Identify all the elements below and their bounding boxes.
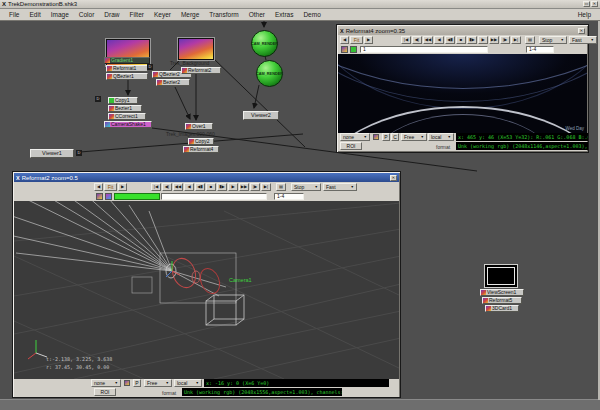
go-start-button[interactable]: |◀ [151, 183, 161, 191]
stop-button[interactable]: ■ [456, 36, 466, 44]
cache-button[interactable]: C [391, 133, 399, 141]
thumbnail-chip-icon[interactable] [189, 139, 194, 144]
viewer-window-reformat4[interactable]: X Reformat4 zoom=0.35 ✕ ◀ Fit ▶ |◀ ◀| ◀◀… [336, 24, 589, 153]
playback-mode-select[interactable]: Stop▼ [291, 183, 321, 191]
menu-demo[interactable]: Demo [298, 11, 325, 18]
menu-keyer[interactable]: Keyer [149, 11, 176, 18]
flipbook-render-icon[interactable]: ▤ [525, 36, 535, 44]
go-end-button[interactable]: ▶| [261, 183, 271, 191]
wire-knot[interactable]: D [147, 64, 153, 70]
thumbnail-chip-icon[interactable] [153, 72, 158, 77]
zoom-out-button[interactable]: ◀ [340, 36, 349, 44]
frame-range-field[interactable]: 1-4 [526, 46, 554, 53]
thumbnail-chip-icon[interactable] [107, 74, 112, 79]
colorspace-select[interactable]: local▼ [428, 133, 454, 141]
thumbnail-chip-icon[interactable] [109, 114, 114, 119]
step-forward-button[interactable]: ▶ [228, 183, 238, 191]
buffer-b-chip-icon[interactable] [105, 193, 112, 200]
camera-label[interactable]: Camera1 [229, 277, 252, 283]
channel-chip-icon[interactable] [124, 380, 130, 386]
node-viewscreen1[interactable]: ViewScreen1 [480, 289, 524, 296]
menu-color[interactable]: Color [74, 11, 100, 18]
trek-images-caption[interactable]: Trek_Images.000-060 [166, 132, 215, 137]
menu-help[interactable]: Help [573, 11, 596, 18]
stop-button[interactable]: ■ [206, 183, 216, 191]
close-icon[interactable]: ✕ [578, 28, 585, 34]
rewind-button[interactable]: ◀◀ [423, 36, 433, 44]
play-back-button[interactable]: ◀▮ [445, 36, 455, 44]
menu-transform[interactable]: Transform [204, 11, 243, 18]
frame-range-field[interactable]: 1-4 [274, 193, 304, 200]
buffer-a-chip-icon[interactable] [96, 193, 103, 200]
zoom-in-button[interactable]: ▶ [364, 36, 373, 44]
menu-filter[interactable]: Filter [124, 11, 148, 18]
menu-merge[interactable]: Merge [176, 11, 204, 18]
node-bezier1[interactable]: Bezier1 [108, 105, 142, 112]
wire-knot[interactable]: D [95, 96, 101, 102]
node-camerashake1[interactable]: CameraShake1 [104, 121, 152, 128]
node-copy2[interactable]: Copy2 [188, 138, 214, 145]
next-keyframe-button[interactable]: |▶ [500, 36, 510, 44]
thumbnail-chip-icon[interactable] [105, 122, 110, 127]
playback-mode-select[interactable]: Stop▼ [539, 36, 567, 44]
fit-button[interactable]: Fit [350, 36, 363, 44]
timeline-field[interactable]: 1 [360, 46, 488, 53]
update-mode-select[interactable]: Free▼ [401, 133, 427, 141]
viewerA-image[interactable]: Wed Day [338, 54, 587, 133]
fast-forward-button[interactable]: ▶▶ [489, 36, 499, 44]
thumbnail-chip-icon[interactable] [109, 106, 114, 111]
menu-other[interactable]: Other [244, 11, 270, 18]
play-button[interactable]: ▮▶ [467, 36, 477, 44]
speed-select[interactable]: Fast▼ [569, 36, 597, 44]
node-ccorrect1[interactable]: CCorrect1 [108, 113, 146, 120]
next-keyframe-button[interactable]: |▶ [250, 183, 260, 191]
step-forward-button[interactable]: ▶ [478, 36, 488, 44]
node-reformat5[interactable]: Reformat5 [482, 297, 522, 304]
thumbnail-chip-icon[interactable] [182, 68, 187, 73]
prev-keyframe-button[interactable]: ◀| [412, 36, 422, 44]
thumbnail-chip-icon[interactable] [109, 98, 114, 103]
thumbnail-chip-icon[interactable] [157, 80, 162, 85]
go-start-button[interactable]: |◀ [401, 36, 411, 44]
zoom-in-button[interactable]: ▶ [118, 183, 127, 191]
compare-mode-select[interactable]: none▼ [91, 379, 121, 387]
node-over1[interactable]: Over1 [185, 123, 213, 130]
viewerB-3d-viewport[interactable]: Camera1 t:-2.138, 3.225, 3.638 r: 37.45,… [14, 201, 399, 379]
node-viewer1[interactable]: Viewer1 [30, 149, 74, 158]
menu-file[interactable]: File [4, 11, 24, 18]
viewer-window-reformat2[interactable]: X Reformat2 zoom=0.5 ✕ ◀ Fit ▶ |◀ ◀| ◀◀ … [12, 171, 401, 398]
menu-extras[interactable]: Extras [270, 11, 298, 18]
node-bezier2[interactable]: Bezier2 [156, 79, 190, 86]
trek-background-thumbnail[interactable] [178, 38, 214, 60]
fit-button[interactable]: Fit [104, 183, 117, 191]
node-cam-render-2[interactable]: CAM_RENDER [256, 60, 283, 87]
close-icon[interactable]: ✕ [390, 175, 397, 181]
node-reformat2[interactable]: Reformat2 [181, 67, 221, 74]
menu-draw[interactable]: Draw [99, 11, 124, 18]
proxy-button[interactable]: P [133, 379, 141, 387]
node-copy1[interactable]: Copy1 [108, 97, 138, 104]
app-titlebar[interactable]: X TrekDemonstrationB.shk3 ▭ ✕ [0, 0, 600, 9]
thumbnail-chip-icon[interactable] [486, 306, 491, 311]
node-gradient1[interactable]: Gradient1 [104, 57, 150, 64]
viewerA-titlebar[interactable]: X Reformat4 zoom=0.35 ✕ [338, 26, 587, 35]
zoom-out-button[interactable]: ◀ [94, 183, 103, 191]
node-viewer2[interactable]: Viewer2 [243, 111, 279, 120]
active-frame-indicator[interactable] [114, 193, 160, 200]
step-back-button[interactable]: ◀ [434, 36, 444, 44]
go-end-button[interactable]: ▶| [511, 36, 521, 44]
buffer-b-chip-icon[interactable] [350, 46, 357, 53]
proxy-button[interactable]: P [382, 133, 390, 141]
close-icon[interactable]: ✕ [591, 1, 598, 7]
wire-knot[interactable]: D [76, 150, 82, 156]
node-cam-render-1[interactable]: CAM_RENDER [251, 30, 278, 57]
thumbnail-chip-icon[interactable] [481, 290, 486, 295]
thumbnail-chip-icon[interactable] [186, 124, 191, 129]
thumbnail-chip-icon[interactable] [483, 298, 488, 303]
update-mode-select[interactable]: Free▼ [144, 379, 172, 387]
step-back-button[interactable]: ◀ [184, 183, 194, 191]
timeline-field[interactable] [161, 193, 267, 200]
menu-edit[interactable]: Edit [24, 11, 45, 18]
menu-image[interactable]: Image [46, 11, 74, 18]
speed-select[interactable]: Fast▼ [323, 183, 357, 191]
